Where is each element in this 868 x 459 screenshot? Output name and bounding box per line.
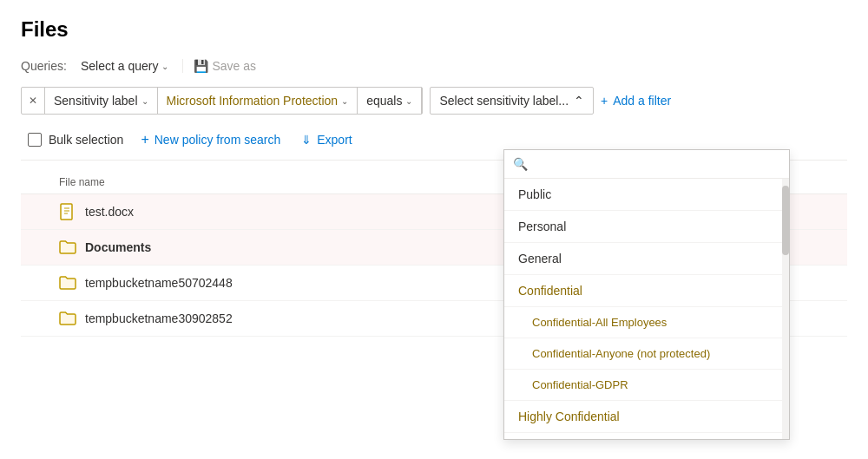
download-icon: ⇓ xyxy=(301,133,312,147)
add-filter-button[interactable]: + Add a filter xyxy=(601,90,671,111)
dropdown-item-confidential-all-employees[interactable]: Confidential-All Employees xyxy=(504,307,789,338)
filter-row: ✕ Sensitivity label ⌄ Microsoft Informat… xyxy=(21,87,847,115)
dropdown-search-input[interactable] xyxy=(533,157,780,171)
file-name-cell: test.docx xyxy=(85,205,134,219)
chevron-down-icon: ⌄ xyxy=(141,96,148,106)
dropdown-item-public[interactable]: Public xyxy=(504,179,789,211)
select-query-label: Select a query xyxy=(81,59,159,73)
bulk-selection-label: Bulk selection xyxy=(49,133,123,147)
save-as-button: 💾 Save as xyxy=(194,59,256,73)
export-button[interactable]: ⇓ Export xyxy=(291,128,362,152)
filter-chip: ✕ Sensitivity label ⌄ Microsoft Informat… xyxy=(21,87,423,115)
folder-icon xyxy=(59,274,76,292)
file-icon xyxy=(59,203,76,220)
export-label: Export xyxy=(317,133,352,147)
filter-chip-close-button[interactable]: ✕ xyxy=(22,88,45,114)
dropdown-list: Public Personal General Confidential Con… xyxy=(504,179,789,439)
mip-label-text: Microsoft Information Protection xyxy=(167,94,339,108)
sensitivity-label-dropdown-button[interactable]: Select sensitivity label... ⌃ xyxy=(430,87,594,115)
scrollbar-track[interactable] xyxy=(782,179,789,439)
queries-bar: Queries: Select a query ⌄ 💾 Save as xyxy=(21,57,847,75)
dropdown-item-confidential-anyone[interactable]: Confidential-Anyone (not protected) xyxy=(504,338,789,370)
search-icon: 🔍 xyxy=(513,157,528,171)
dropdown-search-box: 🔍 xyxy=(504,150,789,179)
dropdown-item-highly-confidential[interactable]: Highly Confidential xyxy=(504,401,789,433)
page-title: Files xyxy=(21,17,847,42)
dropdown-item-confidential[interactable]: Confidential xyxy=(504,275,789,307)
bulk-checkbox xyxy=(28,133,42,147)
bulk-selection-button[interactable]: Bulk selection xyxy=(21,128,130,152)
chevron-down-icon: ⌄ xyxy=(341,96,348,106)
folder-icon xyxy=(59,239,76,256)
folder-icon xyxy=(59,310,76,327)
dropdown-item-highly-confidential-all-employees[interactable]: Highly Confidential-All Employees xyxy=(504,433,789,439)
sensitivity-label-text: Sensitivity label xyxy=(54,94,138,108)
filter-chip-value[interactable]: Microsoft Information Protection ⌄ xyxy=(158,88,358,114)
add-filter-label: Add a filter xyxy=(613,94,671,108)
scrollbar-thumb[interactable] xyxy=(782,186,789,255)
svg-rect-0 xyxy=(61,204,72,220)
file-name-column-header: File name xyxy=(59,176,105,188)
close-icon: ✕ xyxy=(29,95,37,107)
chevron-down-icon: ⌄ xyxy=(405,96,412,106)
chevron-down-icon: ⌄ xyxy=(161,62,168,71)
sensitivity-label-dropdown: 🔍 Public Personal General Confidential C… xyxy=(503,149,790,440)
file-name-cell: tempbucketname30902852 xyxy=(85,311,233,325)
select-query-button[interactable]: Select a query ⌄ xyxy=(77,57,173,75)
new-policy-label: New policy from search xyxy=(155,133,281,147)
file-name-cell: tempbucketname50702448 xyxy=(85,276,233,290)
operator-text: equals xyxy=(366,94,402,108)
save-as-label: Save as xyxy=(212,59,256,73)
plus-icon: + xyxy=(601,94,608,108)
dropdown-item-general[interactable]: General xyxy=(504,243,789,275)
filter-chip-label[interactable]: Sensitivity label ⌄ xyxy=(45,88,158,114)
main-page: Files Queries: Select a query ⌄ 💾 Save a… xyxy=(0,0,868,354)
dropdown-item-confidential-gdpr[interactable]: Confidential-GDPR xyxy=(504,370,789,401)
plus-icon: + xyxy=(141,132,148,148)
dropdown-item-personal[interactable]: Personal xyxy=(504,211,789,243)
save-icon: 💾 xyxy=(194,59,208,73)
file-name-cell: Documents xyxy=(85,240,151,254)
new-policy-button[interactable]: + New policy from search xyxy=(130,127,291,153)
filter-chip-operator[interactable]: equals ⌄ xyxy=(358,88,422,114)
chevron-up-icon: ⌃ xyxy=(574,94,584,108)
queries-label: Queries: xyxy=(21,59,67,73)
dropdown-placeholder-text: Select sensitivity label... xyxy=(439,94,569,108)
separator xyxy=(182,59,183,73)
